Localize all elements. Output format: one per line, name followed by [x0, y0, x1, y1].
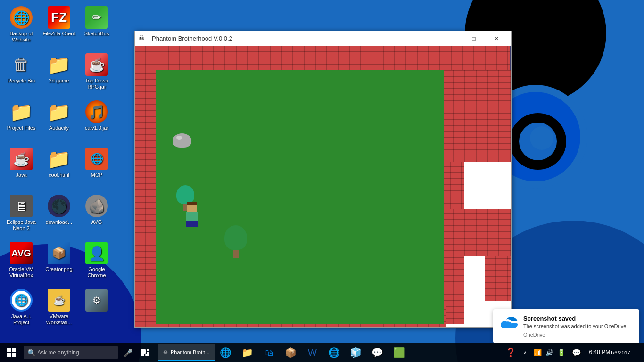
taskbar-archive[interactable]: 📦 [281, 343, 301, 362]
creator-png-icon: 👤 [85, 242, 108, 264]
svg-rect-8 [145, 354, 149, 356]
help-icon-button[interactable]: ❓ [504, 346, 518, 359]
window-titlebar[interactable]: ☠ Phantom Brotherhood V.0.0.2 ─ □ ✕ [135, 31, 511, 46]
topdown-jar-label: Top Down RPG.jar [80, 78, 114, 90]
sketchbus-icon: ✏ [85, 6, 108, 29]
grass-terrain [156, 70, 444, 324]
window-controls: ─ □ ✕ [440, 31, 507, 46]
avg-label: Oracle VM VirtualBox [4, 266, 38, 279]
icon-google-chrome[interactable]: 🌐 Java A.I. Project [2, 285, 40, 332]
audacity-icon: 🎵 [85, 100, 108, 123]
recycle-bin-icon: 🗑 [13, 55, 30, 74]
window-minimize-button[interactable]: ─ [440, 31, 462, 46]
volume-icon[interactable]: 🔊 [545, 348, 554, 357]
backup-website-icon: 🌐 [10, 6, 33, 29]
taskbar: 🔍 🎤 ☠ Phantom Broth... 🌐 [0, 343, 644, 362]
calv-jar-icon: ☕ [10, 148, 33, 170]
onedrive-notification[interactable]: Screenshot saved The screenshot was adde… [493, 309, 639, 343]
icon-2d-game[interactable]: 📁 2d game [40, 49, 78, 97]
icon-filezilla[interactable]: FZ FileZilla Client [40, 2, 78, 49]
icon-java-ai[interactable]: ☕ VMware Workstati... [40, 285, 78, 332]
taskbar-green-app[interactable]: 🟩 [389, 343, 410, 362]
creator-png-label: Google Chrome [80, 266, 114, 279]
clock-time: 6:48 PM [589, 349, 610, 356]
desktop-folder-icon: 📁 [9, 101, 33, 123]
avg-icon: AVG [10, 242, 33, 264]
cortana-button[interactable]: 🎤 [120, 343, 137, 362]
java-folder-icon: 📁 [47, 148, 71, 170]
game-character [184, 202, 199, 224]
icon-java[interactable]: 📁 cool.html [40, 144, 78, 191]
download-icon: 🪨 [85, 195, 108, 217]
taskbar-edge[interactable]: 🌐 [215, 343, 236, 362]
icon-virtualbox[interactable]: 📦 Creator.png [40, 238, 78, 285]
taskbar-chrome[interactable]: 🌐 [324, 343, 345, 362]
svg-rect-7 [141, 354, 144, 356]
java-ai-icon: ☕ [48, 289, 70, 312]
taskbar-apps: ☠ Phantom Broth... 🌐 📁 🛍 📦 W 🌐 � [156, 343, 410, 362]
icon-sketchbus[interactable]: ✏ SketchBus [78, 2, 116, 49]
taskbar-search-box[interactable]: 🔍 [24, 346, 118, 359]
taskbar-word[interactable]: W [302, 343, 323, 362]
mcp-label: Eclipse Java Neon 2 [4, 219, 38, 231]
game-viewport[interactable] [135, 46, 511, 327]
notification-title: Screenshot saved [523, 315, 632, 322]
svg-rect-2 [7, 353, 11, 357]
icon-mcp[interactable]: 🖥 Eclipse Java Neon 2 [2, 191, 40, 238]
blocks-icon: 🧊 [350, 347, 362, 358]
svg-rect-6 [147, 352, 149, 354]
taskbar-explorer[interactable]: 📁 [237, 343, 258, 362]
virtualbox-icon: 📦 [48, 242, 70, 264]
char-legs [186, 221, 198, 227]
taskbar-system-tray: ❓ ∧ 📶 🔊 🔋 💬 6:48 PM 1/6/2017 [504, 346, 644, 360]
window-close-button[interactable]: ✕ [486, 31, 507, 46]
eclipse-label: download... [46, 219, 72, 225]
search-magnifier-icon: 🔍 [27, 349, 35, 356]
brick-wall-left [135, 70, 156, 324]
taskbar-store[interactable]: 🛍 [259, 343, 280, 362]
system-clock[interactable]: 6:48 PM 1/6/2017 [587, 348, 632, 357]
taskbar-phantom-window[interactable]: ☠ Phantom Broth... [158, 344, 215, 361]
icon-recycle-bin[interactable]: 🗑 Recycle Bin [2, 49, 40, 97]
char-head [187, 205, 197, 212]
window-title: Phantom Brotherhood V.0.0.2 [152, 35, 440, 42]
chrome-taskbar-icon: 🌐 [328, 347, 340, 358]
onedrive-icon [501, 315, 518, 332]
icon-top-down-jar[interactable]: ☕ Top Down RPG.jar [78, 49, 116, 97]
store-icon: 🛍 [264, 347, 274, 358]
game-rock [173, 133, 191, 148]
svg-rect-3 [12, 353, 16, 357]
start-button[interactable] [0, 343, 23, 362]
icon-cool-html[interactable]: 🌐 MCP [78, 144, 116, 191]
icon-avg[interactable]: AVG Oracle VM VirtualBox [2, 238, 40, 285]
mic-icon: 🎤 [124, 348, 133, 357]
icon-calv-jar[interactable]: ☕ Java [2, 144, 40, 191]
show-desktop-button[interactable] [636, 346, 640, 360]
filezilla-label: FileZilla Client [42, 31, 75, 37]
download-label: AVG [91, 219, 102, 225]
notification-content: Screenshot saved The screenshot was adde… [523, 315, 632, 337]
icon-backup-website[interactable]: 🌐 Backup of Website [2, 2, 40, 49]
icon-audacity[interactable]: 🎵 calv1.0.jar [78, 97, 116, 144]
window-maximize-button[interactable]: □ [463, 31, 485, 46]
icon-vmware[interactable]: ⚙ [78, 285, 116, 332]
skype-icon: 💬 [372, 347, 383, 358]
notification-center-button[interactable]: 💬 [570, 347, 583, 358]
show-hidden-icons-button[interactable]: ∧ [521, 349, 529, 357]
task-view-button[interactable] [137, 343, 154, 362]
svg-rect-0 [7, 348, 11, 352]
icon-download[interactable]: 🪨 AVG [78, 191, 116, 238]
battery-icon[interactable]: 🔋 [556, 348, 566, 357]
icon-creator-png[interactable]: 👤 Google Chrome [78, 238, 116, 285]
network-icon[interactable]: 📶 [533, 348, 543, 357]
icon-desktop[interactable]: 📁 Project Files [2, 97, 40, 144]
taskbar-skype[interactable]: 💬 [367, 343, 388, 362]
calv-jar-label: Java [16, 172, 26, 178]
icon-project-files[interactable]: 📁 Audacity [40, 97, 78, 144]
tree-2-trunk [233, 250, 239, 258]
word-icon: W [308, 347, 317, 358]
search-input[interactable] [37, 349, 114, 356]
icon-eclipse[interactable]: 🌑 download... [40, 191, 78, 238]
taskbar-blocks[interactable]: 🧊 [346, 343, 366, 362]
brick-wall-right-5 [485, 256, 511, 301]
